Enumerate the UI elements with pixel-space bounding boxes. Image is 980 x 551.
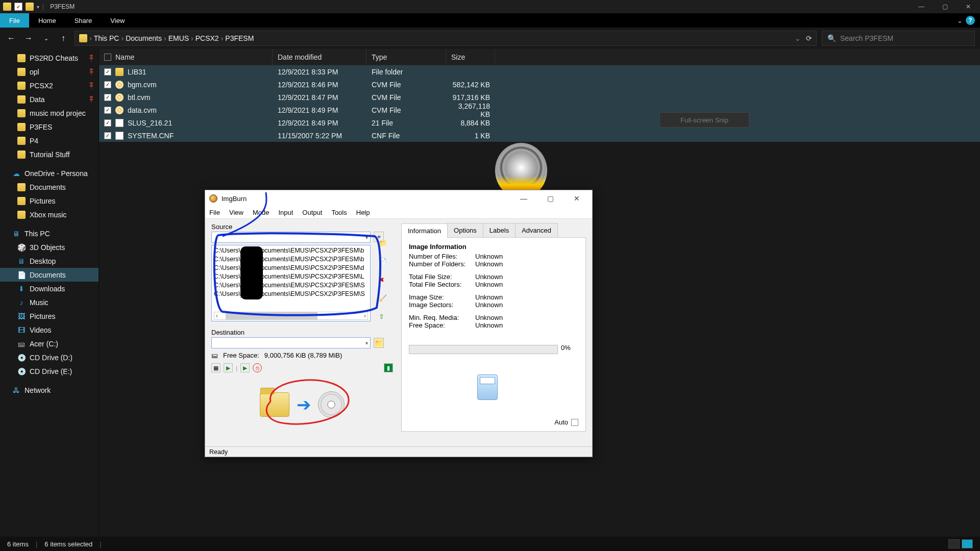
nav-pane[interactable]: PS2RD Cheats opl PCSX2 Data music mod pr… (0, 49, 99, 537)
qat-dropdown-icon[interactable]: ▾ (37, 4, 39, 10)
sidebar-item[interactable]: Documents (0, 180, 99, 194)
search-input[interactable]: 🔍 Search P3FESM (822, 31, 975, 46)
sidebar-item[interactable]: Pictures (0, 194, 99, 208)
play-icon[interactable]: ▶ (240, 363, 250, 372)
checkbox-icon[interactable]: ✔ (14, 3, 22, 11)
sidebar-item[interactable]: PS2RD Cheats (0, 51, 99, 65)
imgburn-minimize-button[interactable]: — (512, 191, 535, 206)
clear-icon[interactable]: 🧹 (379, 294, 388, 304)
sidebar-network[interactable]: 🖧Network (0, 383, 99, 397)
source-path[interactable]: C:\Users\____\Documents\EMUS\PCSX2\P3FES… (214, 255, 368, 264)
table-row[interactable]: ✓LIB3112/9/2021 8:33 PMFile folder (99, 65, 980, 78)
table-row[interactable]: ✓SLUS_216.2112/9/2021 8:49 PM21 File8,88… (99, 116, 980, 129)
imgburn-menu-output[interactable]: Output (302, 209, 322, 216)
sidebar-thispc[interactable]: 🖥This PC (0, 227, 99, 240)
imgburn-window[interactable]: ImgBurn — ▢ ✕ File View Mode Input Outpu… (205, 190, 593, 457)
tab-information[interactable]: Information (401, 223, 448, 238)
sidebar-item[interactable]: 🖴Acer (C:) (0, 337, 99, 350)
sidebar-item[interactable]: P4 (0, 134, 99, 147)
recent-locations-button[interactable]: ⌄ (40, 32, 52, 44)
source-path[interactable]: C:\Users\____\Documents\EMUS\PCSX2\P3FES… (214, 290, 368, 298)
sidebar-item[interactable]: P3FES (0, 120, 99, 134)
browse-folder-icon[interactable]: 📁 (379, 239, 388, 248)
imgburn-tabs[interactable]: Information Options Labels Advanced (401, 223, 586, 238)
sidebar-item[interactable]: 🖥Desktop (0, 254, 99, 268)
imgburn-menu-tools[interactable]: Tools (331, 209, 347, 216)
breadcrumb-segment[interactable]: EMUS (168, 34, 189, 42)
remove-icon[interactable]: ✖ (379, 276, 388, 285)
row-checkbox[interactable]: ✓ (104, 81, 111, 88)
sidebar-item[interactable]: 🎲3D Objects (0, 240, 99, 254)
forward-button[interactable]: → (22, 32, 35, 44)
terminal-icon[interactable]: ▮ (384, 363, 393, 372)
settings-icon[interactable]: ▦ (211, 363, 220, 372)
ribbon-tab-file[interactable]: File (0, 13, 29, 28)
tab-advanced[interactable]: Advanced (515, 223, 558, 237)
destination-combo[interactable]: ▾ (211, 337, 371, 348)
source-list[interactable]: C:\Users\____\Documents\EMUS\PCSX2\P3FES… (211, 245, 371, 321)
calculator-icon[interactable] (477, 374, 498, 400)
ribbon-collapse-icon[interactable]: ⌄ (957, 17, 963, 24)
address-bar[interactable]: › This PC› Documents› EMUS› PCSX2› P3FES… (75, 31, 817, 46)
auto-checkbox[interactable] (571, 419, 578, 426)
table-row[interactable]: ✓SYSTEM.CNF11/15/2007 5:22 PMCNF File1 K… (99, 129, 980, 142)
row-checkbox[interactable]: ✓ (104, 68, 111, 76)
tab-options[interactable]: Options (447, 223, 483, 237)
sidebar-item-documents[interactable]: 📄Documents (0, 268, 99, 282)
table-row[interactable]: ✓data.cvm12/9/2021 8:49 PMCVM File3,267,… (99, 104, 980, 116)
refresh-icon[interactable]: ⟳ (806, 34, 812, 42)
source-scrollbar[interactable]: ‹› (214, 312, 368, 320)
sidebar-item[interactable]: 💿CD Drive (E:) (0, 364, 99, 378)
view-thumbnails-button[interactable] (962, 539, 973, 548)
sidebar-item[interactable]: music mod projec (0, 106, 99, 120)
file-list[interactable]: ✓LIB3112/9/2021 8:33 PMFile folder✓bgm.c… (99, 65, 980, 142)
maximize-button[interactable]: ▢ (933, 0, 957, 13)
help-icon[interactable]: ? (966, 16, 975, 25)
imgburn-close-button[interactable]: ✕ (566, 191, 588, 206)
ribbon-tab-view[interactable]: View (101, 13, 134, 28)
breadcrumb-segment[interactable]: PCSX2 (195, 34, 219, 42)
up-button[interactable]: ↑ (57, 32, 69, 44)
column-headers[interactable]: Name Date modified Type Size (99, 49, 980, 65)
ribbon-tab-home[interactable]: Home (29, 13, 65, 28)
breadcrumb-segment[interactable]: Documents (126, 34, 162, 42)
table-row[interactable]: ✓btl.cvm12/9/2021 8:47 PMCVM File917,316… (99, 91, 980, 104)
imgburn-menu-input[interactable]: Input (278, 209, 293, 216)
breadcrumb-segment[interactable]: P3FESM (225, 34, 254, 42)
play-icon[interactable]: ▶ (224, 363, 233, 372)
sidebar-item[interactable]: 🎞Videos (0, 323, 99, 337)
tab-labels[interactable]: Labels (483, 223, 516, 237)
sidebar-item[interactable]: ♪Music (0, 295, 99, 309)
source-path[interactable]: C:\Users\____\Documents\EMUS\PCSX2\P3FES… (214, 272, 368, 281)
row-checkbox[interactable]: ✓ (104, 132, 111, 139)
imgburn-menubar[interactable]: File View Mode Input Output Tools Help (205, 207, 592, 219)
source-path[interactable]: C:\Users\____\Documents\EMUS\PCSX2\P3FES… (214, 246, 368, 255)
imgburn-titlebar[interactable]: ImgBurn — ▢ ✕ (205, 190, 592, 207)
source-combo[interactable]: ▾ (211, 232, 371, 243)
ribbon-tab-share[interactable]: Share (65, 13, 102, 28)
breadcrumb-segment[interactable]: This PC (94, 34, 119, 42)
view-details-button[interactable] (948, 539, 960, 548)
imgburn-menu-view[interactable]: View (229, 209, 243, 216)
sidebar-item[interactable]: PCSX2 (0, 79, 99, 92)
browse-file-icon[interactable]: 📄 (379, 258, 388, 267)
imgburn-menu-mode[interactable]: Mode (253, 209, 270, 216)
sidebar-item[interactable]: ⬇Downloads (0, 282, 99, 295)
table-row[interactable]: ✓bgm.cvm12/9/2021 8:46 PMCVM File582,142… (99, 78, 980, 91)
sidebar-item[interactable]: 🖼Pictures (0, 309, 99, 323)
export-icon[interactable]: ⇧ (379, 313, 388, 322)
source-path[interactable]: C:\Users\____\Documents\EMUS\PCSX2\P3FES… (214, 281, 368, 290)
destination-browse-button[interactable]: 📁 (374, 338, 384, 348)
row-checkbox[interactable]: ✓ (104, 94, 111, 101)
imgburn-maximize-button[interactable]: ▢ (539, 191, 561, 206)
imgburn-menu-help[interactable]: Help (356, 209, 370, 216)
sidebar-item[interactable]: opl (0, 65, 99, 79)
minimize-button[interactable]: — (910, 0, 933, 13)
sidebar-onedrive[interactable]: ☁OneDrive - Persona (0, 166, 99, 180)
close-button[interactable]: ✕ (957, 0, 980, 13)
sidebar-item[interactable]: Xbox music (0, 208, 99, 221)
sidebar-item[interactable]: Data (0, 92, 99, 106)
row-checkbox[interactable]: ✓ (104, 107, 111, 114)
imgburn-menu-file[interactable]: File (209, 209, 220, 216)
sidebar-item[interactable]: 💿CD Drive (D:) (0, 350, 99, 364)
